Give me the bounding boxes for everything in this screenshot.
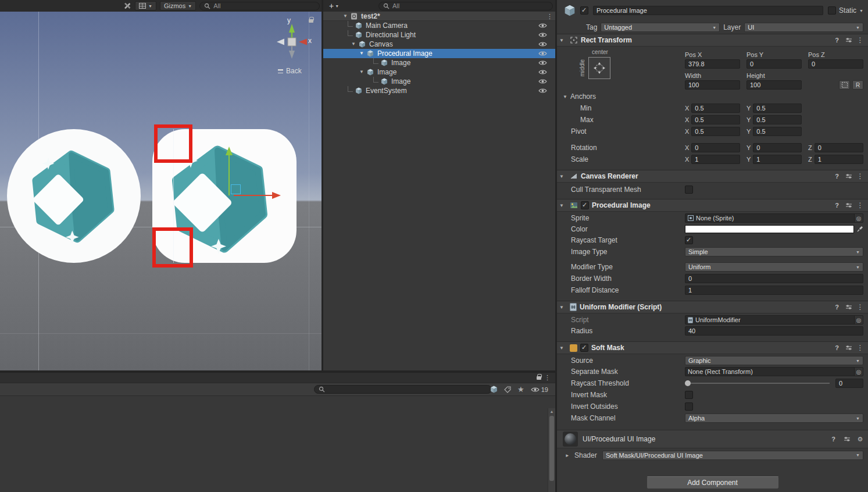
help-icon[interactable]: ? xyxy=(833,201,841,209)
help-icon[interactable]: ? xyxy=(833,344,841,352)
package-filter-icon[interactable] xyxy=(490,386,498,393)
component-menu-icon[interactable]: ⋮ xyxy=(856,36,865,44)
height-field[interactable]: 100 xyxy=(746,80,802,90)
radius-field[interactable]: 40 xyxy=(685,326,863,336)
invert-mask-checkbox[interactable] xyxy=(685,391,693,399)
visibility-eye-icon[interactable] xyxy=(538,88,547,94)
procedural-image-header[interactable]: ▼ Procedural Image ? ⋮ xyxy=(557,199,868,212)
component-menu-icon[interactable]: ⋮ xyxy=(856,303,865,311)
presets-icon[interactable] xyxy=(844,173,853,180)
visibility-eye-icon[interactable] xyxy=(538,51,547,56)
help-icon[interactable]: ? xyxy=(833,303,841,311)
foldout-icon[interactable]: ▼ xyxy=(559,203,567,208)
canvas-renderer-header[interactable]: ▼ Canvas Renderer ? ⋮ xyxy=(557,170,868,183)
rotation-y-field[interactable]: 0 xyxy=(753,143,802,152)
anchor-max-y-field[interactable]: 0.5 xyxy=(753,115,802,124)
material-header[interactable]: UI/Procedural UI Image ? ⚙ xyxy=(557,430,868,448)
raycast-threshold-slider[interactable] xyxy=(685,383,830,384)
anchor-min-y-field[interactable]: 0.5 xyxy=(753,104,802,113)
scene-view[interactable]: y x Back xyxy=(0,12,322,370)
scale-z-field[interactable]: 1 xyxy=(815,155,863,164)
name-field[interactable]: Procedural Image xyxy=(593,6,823,15)
color-swatch[interactable] xyxy=(685,225,854,233)
border-width-field[interactable]: 0 xyxy=(685,274,863,283)
uniform-modifier-header[interactable]: ▼ Uniform Modifier (Script) ? ⋮ xyxy=(557,301,868,313)
blueprint-mode-button[interactable] xyxy=(839,80,850,90)
component-enabled-checkbox[interactable] xyxy=(580,344,588,352)
scene-menu-icon[interactable]: ⋮ xyxy=(546,12,553,21)
anchor-preset-box[interactable] xyxy=(588,57,610,79)
raycast-target-checkbox[interactable] xyxy=(685,236,693,244)
lock-icon[interactable] xyxy=(537,376,541,380)
hierarchy-item-eventsystem[interactable]: EventSystem xyxy=(323,86,555,95)
hierarchy-item-main-camera[interactable]: Main Camera xyxy=(323,21,555,30)
static-checkbox[interactable] xyxy=(828,6,836,15)
hierarchy-item-canvas[interactable]: ▼ Canvas xyxy=(323,40,555,49)
material-foldout-icon[interactable]: ▼ xyxy=(565,452,570,458)
anchor-max-x-field[interactable]: 0.5 xyxy=(691,115,740,124)
pos-x-field[interactable]: 379.8 xyxy=(685,59,740,69)
falloff-distance-field[interactable]: 1 xyxy=(685,286,863,295)
image-type-dropdown[interactable]: Simple ▼ xyxy=(685,247,863,256)
gizmos-dropdown[interactable]: Gizmos ▼ xyxy=(160,1,196,10)
foldout-icon[interactable]: ▼ xyxy=(351,40,359,49)
add-component-button[interactable]: Add Component xyxy=(646,476,779,489)
cull-transparent-mesh-checkbox[interactable] xyxy=(685,186,693,194)
source-dropdown[interactable]: Graphic ▼ xyxy=(685,356,863,365)
hidden-count-toggle[interactable]: 19 xyxy=(531,386,548,393)
hierarchy-item-image[interactable]: ▼ Image xyxy=(323,67,555,77)
scale-y-field[interactable]: 1 xyxy=(753,155,802,164)
object-picker-icon[interactable]: ◎ xyxy=(854,368,863,376)
scroll-up-arrow[interactable]: ▲ xyxy=(548,408,555,415)
foldout-icon[interactable]: ▼ xyxy=(559,345,567,351)
sprite-object-field[interactable]: None (Sprite) ◎ xyxy=(685,213,863,223)
layer-dropdown[interactable]: UI ▼ xyxy=(744,23,863,32)
hierarchy-search-input[interactable]: All xyxy=(378,2,553,10)
visibility-eye-icon[interactable] xyxy=(538,79,547,84)
hierarchy-item-image-child[interactable]: Image xyxy=(323,58,555,67)
shader-dropdown[interactable]: Soft Mask/UI/Procedural UI Image ▼ xyxy=(602,451,863,460)
hierarchy-item-image-child[interactable]: Image xyxy=(323,77,555,86)
favorites-star-icon[interactable]: ★ xyxy=(517,385,524,394)
help-icon[interactable]: ? xyxy=(833,36,841,44)
foldout-icon[interactable]: ▼ xyxy=(559,174,567,179)
scrollbar-thumb[interactable] xyxy=(549,416,554,481)
scene-search-input[interactable]: All xyxy=(199,2,320,10)
component-menu-icon[interactable]: ⋮ xyxy=(856,201,865,209)
foldout-icon[interactable]: ▼ xyxy=(359,67,367,77)
soft-mask-header[interactable]: ▼ Soft Mask ? ⋮ xyxy=(557,341,868,354)
scrollbar[interactable]: ▲ xyxy=(548,408,555,492)
foldout-icon[interactable]: ▼ xyxy=(343,12,351,21)
width-field[interactable]: 100 xyxy=(685,80,740,90)
active-checkbox[interactable] xyxy=(580,6,588,15)
component-enabled-checkbox[interactable] xyxy=(581,201,589,209)
raw-edit-mode-button[interactable]: R xyxy=(852,80,863,90)
foldout-icon[interactable]: ▼ xyxy=(559,38,567,43)
hierarchy-item-procedural-image[interactable]: ▼ Procedural Image xyxy=(323,49,555,58)
presets-icon[interactable] xyxy=(842,436,851,443)
eyedropper-icon[interactable] xyxy=(856,226,863,233)
material-preview-sphere[interactable] xyxy=(563,432,578,447)
lock-icon[interactable] xyxy=(309,19,313,23)
invert-outsides-checkbox[interactable] xyxy=(685,402,693,411)
project-search-input[interactable] xyxy=(314,385,492,394)
view-direction-button[interactable]: Back xyxy=(278,67,302,75)
move-gizmo-plane-handle[interactable] xyxy=(231,184,241,194)
move-gizmo-y-arrowhead[interactable] xyxy=(226,147,233,155)
move-gizmo-x-arrowhead[interactable] xyxy=(272,192,281,199)
label-filter-icon[interactable] xyxy=(504,386,511,393)
raycast-threshold-field[interactable]: 0 xyxy=(835,379,863,388)
anchor-preset-widget[interactable]: center middle xyxy=(571,49,685,90)
mask-channel-dropdown[interactable]: Alpha ▼ xyxy=(685,413,863,423)
hierarchy-scene-row[interactable]: ▼ test2* ⋮ xyxy=(323,12,555,21)
object-picker-icon[interactable]: ◎ xyxy=(854,316,863,324)
rotation-z-field[interactable]: 0 xyxy=(815,143,863,152)
pos-y-field[interactable]: 0 xyxy=(746,59,802,69)
tag-dropdown[interactable]: Untagged ▼ xyxy=(601,23,720,32)
hierarchy-item-directional-light[interactable]: Directional Light xyxy=(323,30,555,40)
component-menu-icon[interactable]: ⋮ xyxy=(856,344,865,352)
scale-x-field[interactable]: 1 xyxy=(691,155,740,164)
project-panel-tabbar[interactable]: ⋮ xyxy=(0,373,555,383)
slider-knob[interactable] xyxy=(685,380,691,386)
presets-icon[interactable] xyxy=(844,202,853,209)
